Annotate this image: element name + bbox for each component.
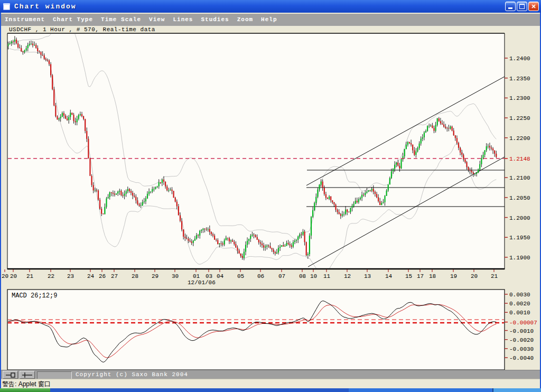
close-icon: ✕ — [531, 3, 536, 10]
menu-item-lines[interactable]: Lines — [173, 16, 193, 23]
svg-text:-0.0020: -0.0020 — [509, 337, 534, 343]
chart-plot-area[interactable] — [7, 33, 505, 269]
pin-right-icon — [3, 371, 17, 378]
pin-right-button[interactable] — [3, 371, 18, 379]
svg-text:0.0030: 0.0030 — [509, 292, 530, 298]
chart-window: Chart window ✕ InstrumentChart TypeTime … — [0, 0, 541, 392]
svg-text:-0.0040: -0.0040 — [509, 355, 534, 361]
time-axis[interactable] — [7, 269, 505, 284]
menu-item-instrument[interactable]: Instrument — [5, 16, 45, 23]
window-close-button[interactable]: ✕ — [528, 2, 539, 11]
menu-item-chart-type[interactable]: Chart Type — [53, 16, 93, 23]
menu-item-time-scale[interactable]: Time Scale — [101, 16, 141, 23]
menu-item-view[interactable]: View — [149, 16, 165, 23]
menu-item-help[interactable]: Help — [261, 16, 277, 23]
macd-axis-labels: 0.00300.00200.0010-0.0010-0.0020-0.0030-… — [505, 292, 537, 361]
chart-header: USDCHF , 1 Hour , # 570, Real-time data — [9, 26, 155, 33]
menu-item-studies[interactable]: Studies — [201, 16, 229, 23]
minimize-icon — [508, 7, 512, 9]
window-icon — [3, 3, 10, 10]
copyright-text: Copyright (c) Saxo Bank 2004 — [76, 370, 188, 379]
svg-text:0.0010: 0.0010 — [509, 310, 530, 316]
start-button-fragment[interactable] — [0, 388, 50, 392]
crosshair-icon — [20, 371, 34, 378]
svg-text:-0.0010: -0.0010 — [509, 328, 534, 334]
toolbar-track[interactable] — [37, 371, 72, 379]
window-restore-button[interactable] — [517, 2, 527, 11]
taskbar — [0, 388, 541, 392]
price-axis[interactable] — [505, 33, 541, 269]
svg-text:0.0020: 0.0020 — [509, 301, 530, 307]
window-title: Chart window — [14, 3, 77, 11]
applet-warning-bar: 警告: Applet 窗口 — [0, 379, 541, 389]
title-bar: Chart window ✕ — [0, 0, 541, 13]
restore-icon — [519, 4, 525, 9]
crosshair-button[interactable] — [20, 371, 35, 379]
macd-current-label: -0.00007 — [509, 320, 537, 326]
system-tray[interactable] — [492, 388, 541, 392]
menu-bar: InstrumentChart TypeTime ScaleViewLinesS… — [0, 13, 541, 26]
window-frame-left — [0, 13, 1, 388]
macd-panel-area[interactable] — [7, 290, 505, 370]
svg-text:-0.0030: -0.0030 — [509, 346, 534, 352]
taskbar-window-button[interactable] — [50, 388, 349, 392]
window-minimize-button[interactable] — [505, 2, 516, 11]
menu-item-zoom[interactable]: Zoom — [237, 16, 253, 23]
bottom-toolbar: Copyright (c) Saxo Bank 2004 — [0, 370, 541, 379]
